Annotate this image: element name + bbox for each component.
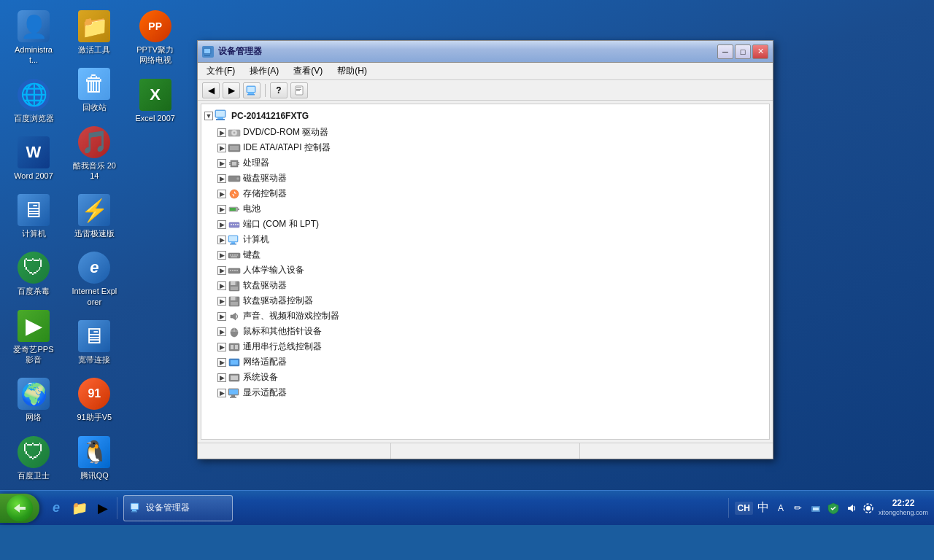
floppy-ctrl-expand[interactable]: ▶ [217, 297, 226, 306]
desktop-icon-activate[interactable]: 📁 激活工具 [68, 7, 120, 58]
tree-item-battery[interactable]: ▶ 电池 [217, 201, 766, 217]
tree-item-ide[interactable]: ▶ IDE ATA/ATAPI 控制器 [217, 140, 766, 155]
storage-expand[interactable]: ▶ [217, 190, 226, 198]
desktop-icon-baidu-kill[interactable]: 🛡 百度杀毒 [7, 249, 60, 299]
tree-item-storage[interactable]: ▶ 存储控制器 [217, 186, 766, 201]
desktop-icon-qq[interactable]: 🐧 腾讯QQ [68, 433, 120, 483]
tree-children: ▶ DVD/CD-ROM 驱动器 ▶ [204, 125, 766, 400]
maximize-button[interactable]: □ [735, 44, 751, 59]
network-tree-expand[interactable]: ▶ [217, 358, 226, 367]
minimize-button[interactable]: ─ [717, 44, 733, 59]
desktop-icon-broadband[interactable]: 🖥 宽带连接 [68, 317, 120, 368]
help-toolbar-button[interactable]: ? [270, 82, 287, 98]
svg-rect-23 [229, 162, 231, 163]
tray-icon-settings[interactable] [861, 501, 876, 516]
svg-rect-41 [229, 236, 237, 241]
mouse-expand[interactable]: ▶ [217, 327, 226, 336]
tree-item-dvd[interactable]: ▶ DVD/CD-ROM 驱动器 [217, 125, 766, 140]
desktop-icon-thunder[interactable]: ⚡ 迅雷极速版 [68, 191, 120, 241]
tree-item-disk[interactable]: ▶ 磁盘驱动器 [217, 171, 766, 186]
usb-expand[interactable]: ▶ [217, 343, 226, 351]
start-button[interactable] [0, 494, 39, 523]
tray-icon-sound[interactable] [844, 501, 858, 516]
dvd-expand[interactable]: ▶ [217, 128, 226, 137]
tray-icon-3[interactable]: ✏ [791, 501, 806, 516]
tree-item-mouse[interactable]: ▶ 鼠标和其他指针设备 [217, 324, 766, 339]
tree-item-keyboard[interactable]: ▶ 键盘 [217, 247, 766, 262]
desktop-icon-computer[interactable]: 🖥 计算机 [7, 191, 60, 241]
display-expand[interactable]: ▶ [217, 389, 226, 397]
disk-label: 磁盘驱动器 [243, 172, 287, 184]
svg-point-36 [235, 224, 236, 225]
port-label: 端口 (COM 和 LPT) [243, 218, 319, 230]
processor-expand[interactable]: ▶ [217, 159, 226, 168]
network-label: 网络 [26, 412, 42, 422]
svg-rect-32 [230, 208, 236, 211]
tray-ime[interactable]: CH [735, 502, 753, 515]
tree-item-hid[interactable]: ▶ 人体学输入设备 [217, 262, 766, 278]
floppy-expand[interactable]: ▶ [217, 281, 226, 290]
menu-view[interactable]: 查看(V) [287, 63, 328, 79]
svg-rect-64 [231, 345, 234, 349]
device-tree[interactable]: ▼ PC-20141216FXTG ▶ [201, 104, 770, 440]
quick-folder[interactable]: 📁 [69, 497, 90, 519]
hid-expand[interactable]: ▶ [217, 266, 226, 275]
tray-icon-1[interactable]: 中 [756, 501, 771, 516]
svg-rect-5 [248, 93, 254, 94]
tray-icon-2[interactable]: A [773, 501, 788, 516]
qq-icon: 🐧 [78, 436, 110, 468]
tray-clock[interactable]: 22:22 xitongcheng.com [879, 498, 928, 518]
tree-item-computer[interactable]: ▶ 计算机 [217, 232, 766, 247]
tray-icon-network[interactable] [808, 501, 823, 516]
tree-item-audio[interactable]: ▶ 声音、视频和游戏控制器 [217, 308, 766, 324]
back-button[interactable]: ◀ [202, 82, 220, 98]
tree-item-display[interactable]: ▶ 显示适配器 [217, 385, 766, 400]
desktop-icon-baidu-guard[interactable]: 🛡 百度卫士 [7, 433, 60, 483]
system-label: 系统设备 [243, 371, 278, 384]
thunder-label: 迅雷极速版 [74, 228, 115, 238]
tree-item-floppy[interactable]: ▶ 软盘驱动器 [217, 278, 766, 293]
props-toolbar-button[interactable] [290, 82, 308, 98]
window-titlebar[interactable]: 设备管理器 ─ □ ✕ [198, 41, 773, 63]
desktop-icon-pptv[interactable]: PP PPTV聚力 网络电视 [129, 7, 182, 69]
desktop-icon-91[interactable]: 91 91助手V5 [68, 375, 120, 425]
desktop-icon-word[interactable]: W Word 2007 [7, 133, 60, 184]
tree-item-floppy-ctrl[interactable]: ▶ 软盘驱动器控制器 [217, 293, 766, 308]
desktop-icon-excel[interactable]: X Excel 2007 [129, 76, 182, 126]
recycle-label: 回收站 [82, 102, 107, 112]
desktop-icon-administrator[interactable]: 👤 Administrat... [7, 7, 60, 69]
baidu-guard-label: 百度卫士 [18, 470, 50, 481]
computer-toolbar-button[interactable] [243, 82, 260, 98]
audio-expand[interactable]: ▶ [217, 312, 226, 321]
taskbar-item-device-manager[interactable]: 设备管理器 [123, 495, 233, 521]
desktop-icon-music[interactable]: 🎵 酷我音乐 2014 [68, 123, 120, 184]
forward-button[interactable]: ▶ [223, 82, 240, 98]
quick-media[interactable]: ▶ [92, 497, 114, 519]
tree-item-processor[interactable]: ▶ 处理器 [217, 155, 766, 171]
keyboard-expand[interactable]: ▶ [217, 251, 226, 260]
system-expand[interactable]: ▶ [217, 373, 226, 382]
menu-file[interactable]: 文件(F) [201, 63, 241, 79]
tree-item-system[interactable]: ▶ 系统设备 [217, 370, 766, 385]
desktop-icon-recycle[interactable]: 🗑 回收站 [68, 65, 120, 115]
svg-point-82 [866, 506, 871, 510]
desktop-icon-network[interactable]: 🌍 网络 [7, 375, 60, 425]
close-button[interactable]: ✕ [752, 44, 768, 59]
desktop-icon-pps[interactable]: ▶ 爱奇艺PPS 影音 [7, 307, 60, 368]
battery-expand[interactable]: ▶ [217, 205, 226, 214]
desktop-icon-ie[interactable]: e Internet Explorer [68, 249, 120, 310]
tree-item-network[interactable]: ▶ 网络适配器 [217, 354, 766, 370]
quick-ie[interactable]: e [45, 497, 67, 519]
root-expand-arrow[interactable]: ▼ [204, 112, 213, 120]
tree-root-node[interactable]: ▼ PC-20141216FXTG [204, 107, 766, 125]
desktop-icon-baidu-browser[interactable]: 🌐 百度浏览器 [7, 76, 60, 126]
tree-item-port[interactable]: ▶ 端口 (COM 和 LPT) [217, 217, 766, 232]
tray-icon-security[interactable] [826, 501, 841, 516]
disk-expand[interactable]: ▶ [217, 174, 226, 183]
menu-action[interactable]: 操作(A) [244, 63, 285, 79]
menu-help[interactable]: 帮助(H) [331, 63, 373, 79]
port-expand[interactable]: ▶ [217, 220, 226, 229]
computer-expand[interactable]: ▶ [217, 236, 226, 244]
tree-item-usb[interactable]: ▶ 通用串行总线控制器 [217, 339, 766, 354]
ide-expand[interactable]: ▶ [217, 144, 226, 152]
